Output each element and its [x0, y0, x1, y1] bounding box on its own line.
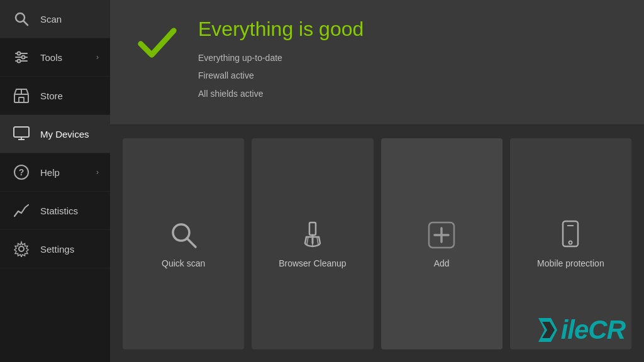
sidebar: Scan Tools › Store: [0, 0, 110, 362]
sidebar-item-store-label: Store: [40, 90, 99, 101]
add-tile[interactable]: Add: [381, 138, 502, 349]
sidebar-item-settings-label: Settings: [40, 244, 99, 255]
sidebar-item-tools-label: Tools: [40, 52, 96, 63]
svg-point-5: [18, 52, 21, 55]
quick-scan-icon: [168, 219, 199, 251]
sidebar-item-my-devices[interactable]: My Devices: [0, 115, 110, 153]
gear-icon: [11, 239, 31, 259]
svg-text:?: ?: [19, 167, 25, 177]
sidebar-item-scan-label: Scan: [40, 14, 99, 25]
status-detail-3: All shields active: [198, 87, 364, 101]
watermark: ileCR: [537, 315, 625, 349]
browser-cleanup-label: Browser Cleanup: [279, 258, 346, 268]
svg-line-1: [24, 21, 28, 26]
statistics-icon: [11, 200, 31, 221]
svg-point-17: [19, 246, 24, 251]
sidebar-item-store[interactable]: Store: [0, 77, 110, 115]
status-checkmark: [135, 21, 179, 67]
svg-line-19: [187, 238, 196, 247]
tools-icon: [11, 47, 31, 67]
svg-rect-11: [19, 97, 24, 102]
sidebar-item-help[interactable]: ? Help ›: [0, 153, 110, 192]
sidebar-item-scan[interactable]: Scan: [0, 0, 110, 38]
store-icon: [11, 85, 31, 106]
browser-cleanup-icon: [297, 219, 328, 251]
main-content: Everything is good Everything up-to-date…: [110, 0, 644, 362]
status-section: Everything is good Everything up-to-date…: [110, 0, 644, 126]
sidebar-item-statistics-label: Statistics: [40, 206, 99, 216]
svg-rect-8: [14, 94, 28, 102]
svg-point-30: [569, 241, 572, 244]
svg-rect-12: [14, 127, 29, 137]
mobile-protection-label: Mobile protection: [537, 258, 604, 268]
search-icon: [11, 9, 31, 29]
svg-line-24: [317, 237, 318, 244]
chevron-right-icon-help: ›: [96, 168, 99, 177]
sidebar-item-settings[interactable]: Settings: [0, 230, 110, 268]
status-detail-1: Everything up-to-date: [198, 51, 364, 65]
status-text-container: Everything is good Everything up-to-date…: [198, 18, 364, 104]
quick-scan-tile[interactable]: Quick scan: [123, 138, 244, 349]
add-label: Add: [434, 258, 450, 268]
browser-cleanup-tile[interactable]: Browser Cleanup: [252, 138, 373, 349]
mobile-protection-icon: [555, 219, 586, 251]
status-detail-2: Firewall active: [198, 69, 364, 82]
status-title: Everything is good: [198, 18, 364, 41]
svg-point-6: [22, 56, 25, 59]
monitor-icon: [11, 124, 31, 144]
quick-scan-label: Quick scan: [162, 258, 205, 268]
sidebar-item-statistics[interactable]: Statistics: [0, 192, 110, 230]
help-icon: ?: [11, 162, 31, 182]
svg-point-7: [18, 60, 21, 63]
sidebar-item-help-label: Help: [40, 167, 96, 178]
svg-rect-20: [309, 222, 316, 235]
sidebar-item-my-devices-label: My Devices: [40, 129, 99, 140]
chevron-right-icon: ›: [96, 53, 99, 62]
add-icon: [426, 219, 457, 251]
sidebar-item-tools[interactable]: Tools ›: [0, 38, 110, 77]
svg-line-22: [307, 237, 308, 244]
